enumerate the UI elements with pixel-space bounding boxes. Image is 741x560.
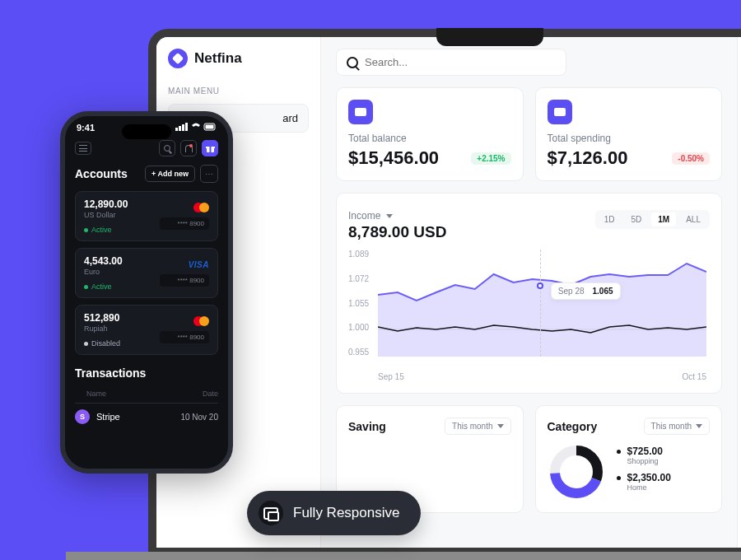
range-1d[interactable]: 1D xyxy=(598,212,622,226)
accounts-heading: Accounts xyxy=(75,167,128,180)
status-dot-icon xyxy=(84,285,88,289)
chart-selector[interactable]: Income xyxy=(348,210,446,222)
account-row[interactable]: 512,890 Rupiah Disabled **** 8900 xyxy=(75,305,218,355)
dynamic-island xyxy=(122,124,171,139)
add-account-button[interactable]: + Add new xyxy=(145,166,195,182)
menu-section-label: MAIN MENU xyxy=(168,86,309,96)
brand-logo[interactable]: Netfina xyxy=(168,49,309,68)
notification-dot-icon xyxy=(189,144,193,147)
merchant-icon: S xyxy=(75,409,90,424)
laptop-notch xyxy=(436,28,543,46)
x-axis: Sep 15 Oct 15 xyxy=(378,372,706,381)
y-axis: 1.089 1.072 1.055 1.000 0.955 xyxy=(348,250,369,357)
change-badge: -0.50% xyxy=(672,152,710,165)
change-badge: +2.15% xyxy=(471,152,510,165)
transaction-row[interactable]: S Stripe 10 Nov 20 xyxy=(75,409,218,424)
search-button[interactable] xyxy=(159,140,175,156)
phone-frame: 9:41 Accounts + Add new ⋯ xyxy=(60,111,233,474)
donut-chart xyxy=(548,443,605,501)
saving-period-dropdown[interactable]: This month xyxy=(445,418,510,435)
line-chart[interactable] xyxy=(378,250,706,357)
card-thumbnail: **** 8900 xyxy=(160,198,209,234)
right-rail: Accounts 12,890.00 US Dollar Active 4,54… xyxy=(737,37,741,548)
svg-rect-6 xyxy=(182,124,184,131)
logo-icon xyxy=(168,49,188,68)
chart-area: 1.089 1.072 1.055 1.000 0.955 xyxy=(348,250,710,381)
mastercard-icon xyxy=(193,316,209,326)
chevron-down-icon xyxy=(386,214,393,218)
account-row[interactable]: 4,543.00 Euro Active VISA **** 8900 xyxy=(75,248,218,298)
range-all[interactable]: ALL xyxy=(679,212,707,226)
gift-button[interactable] xyxy=(202,140,218,156)
stat-label: Total balance xyxy=(348,133,511,144)
category-item: $725.00 Shopping xyxy=(617,446,671,465)
stat-value: $15,456.00 xyxy=(348,147,439,169)
search-field[interactable] xyxy=(336,49,566,76)
stat-total-balance: Total balance $15,456.00 +2.15% xyxy=(336,87,524,181)
income-chart-card: Income 8,789.00 USD 1D 5D 1M ALL xyxy=(336,193,722,394)
devices-icon xyxy=(259,501,283,525)
desktop-app: Netfina MAIN MENU ard Total balance xyxy=(156,37,741,548)
account-row[interactable]: 12,890.00 US Dollar Active **** 8900 xyxy=(75,191,218,241)
chart-point-marker xyxy=(537,282,543,289)
search-input[interactable] xyxy=(365,56,556,68)
svg-rect-5 xyxy=(179,126,181,131)
chart-tooltip: Sep 28 1.065 xyxy=(551,282,621,300)
main-content: Total balance $15,456.00 +2.15% Total sp… xyxy=(321,37,737,548)
status-icons xyxy=(175,123,217,133)
mastercard-icon xyxy=(193,203,209,212)
category-title: Category xyxy=(548,420,598,433)
status-time: 9:41 xyxy=(77,123,95,133)
visa-icon: VISA xyxy=(189,260,209,269)
card-icon xyxy=(548,100,572,124)
stat-label: Total spending xyxy=(548,133,711,144)
chevron-down-icon xyxy=(497,424,504,428)
category-period-dropdown[interactable]: This month xyxy=(644,418,710,435)
range-switcher: 1D 5D 1M ALL xyxy=(595,210,710,229)
chevron-down-icon xyxy=(696,424,702,428)
stat-value: $7,126.00 xyxy=(548,147,628,169)
card-thumbnail: VISA **** 8900 xyxy=(160,255,209,291)
category-card: Category This month xyxy=(535,405,723,513)
gift-icon xyxy=(206,144,215,153)
range-5d[interactable]: 5D xyxy=(625,212,649,226)
notifications-button[interactable] xyxy=(180,140,197,156)
topbar xyxy=(336,49,722,76)
hamburger-menu-button[interactable] xyxy=(75,142,91,155)
status-dot-icon xyxy=(84,342,88,346)
legend-dot-icon xyxy=(617,476,621,480)
more-options-button[interactable]: ⋯ xyxy=(200,165,218,183)
laptop-frame: Netfina MAIN MENU ard Total balance xyxy=(148,29,741,556)
category-item: $2,350.00 Home xyxy=(617,472,671,492)
legend-dot-icon xyxy=(617,450,621,454)
range-1m[interactable]: 1M xyxy=(651,212,676,226)
search-icon xyxy=(347,57,358,68)
svg-rect-4 xyxy=(175,128,178,131)
badge-text: Fully Responsive xyxy=(293,505,399,521)
svg-rect-9 xyxy=(206,125,214,129)
responsive-badge: Fully Responsive xyxy=(247,491,421,535)
saving-title: Saving xyxy=(348,420,386,433)
card-thumbnail: **** 8900 xyxy=(160,312,209,348)
chart-value: 8,789.00 USD xyxy=(348,223,446,241)
brand-name: Netfina xyxy=(194,50,242,67)
crosshair-line xyxy=(540,250,541,357)
transactions-heading: Transactions xyxy=(75,366,146,380)
wallet-icon xyxy=(348,100,373,124)
laptop-base xyxy=(66,552,741,560)
svg-rect-7 xyxy=(185,123,188,131)
status-dot-icon xyxy=(84,228,88,232)
stat-total-spending: Total spending $7,126.00 -0.50% xyxy=(535,87,723,181)
svg-rect-12 xyxy=(209,147,211,152)
transactions-header: Name Date xyxy=(75,388,218,404)
